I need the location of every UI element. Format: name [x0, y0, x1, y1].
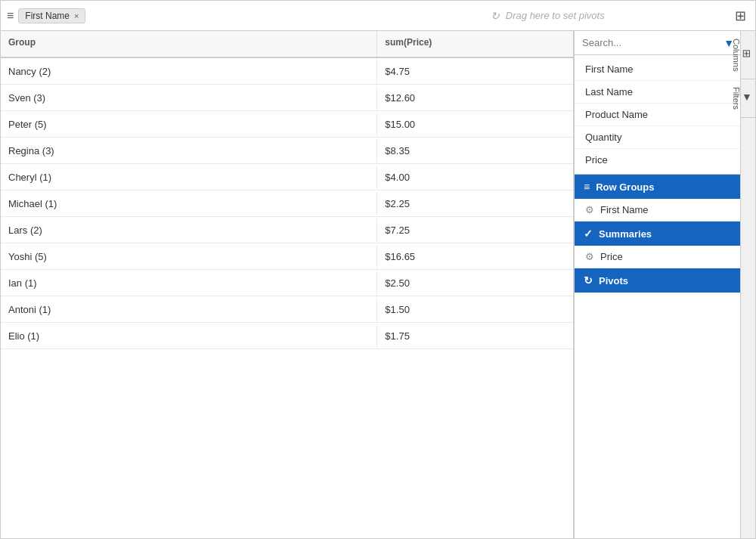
search-area: ▼ [575, 31, 740, 55]
pivots-section: ↻ Pivots [575, 268, 740, 338]
main-content: Group sum(Price) Nancy (2) $4.75 Sven (3… [1, 31, 755, 538]
filters-tab-label: Filters [732, 87, 741, 110]
row-group-item-label: First Name [600, 204, 649, 215]
cell-group: Michael (1) [1, 192, 377, 215]
toolbar-left: ≡ First Name × [7, 8, 364, 23]
cell-sum-price: $12.60 [377, 86, 573, 110]
columns-tab[interactable]: ⊞ Columns [741, 31, 755, 79]
toolbar-pivot: ↻ Drag here to set pivots [370, 10, 727, 22]
cell-group: Elio (1) [1, 324, 377, 348]
cell-sum-price: $4.00 [377, 166, 573, 189]
grid-area: Group sum(Price) Nancy (2) $4.75 Sven (3… [1, 31, 574, 538]
summary-item[interactable]: ⚙Price [575, 246, 740, 268]
summaries-icon: ✓ [584, 228, 593, 240]
table-row[interactable]: Ian (1) $2.50 [1, 270, 573, 296]
cell-sum-price: $16.65 [377, 245, 573, 268]
column-item[interactable]: Quantity [575, 126, 740, 149]
gear-icon: ⚙ [585, 251, 594, 262]
chip-close-icon[interactable]: × [74, 11, 79, 20]
cell-sum-price: $15.00 [377, 113, 573, 136]
summaries-section: ✓ Summaries ⚙Price [575, 221, 740, 268]
cell-group: Antoni (1) [1, 298, 377, 321]
cell-sum-price: $2.25 [377, 192, 573, 215]
cell-group: Peter (5) [1, 113, 377, 136]
row-groups-section: ≡ Row Groups ⚙First Name [575, 175, 740, 221]
cell-group: Yoshi (5) [1, 245, 377, 268]
table-row[interactable]: Antoni (1) $1.50 [1, 296, 573, 323]
table-row[interactable]: Cheryl (1) $4.00 [1, 164, 573, 191]
summaries-items: ⚙Price [575, 246, 740, 268]
hamburger-icon[interactable]: ≡ [7, 9, 14, 23]
grid-body: Nancy (2) $4.75 Sven (3) $12.60 Peter (5… [1, 58, 573, 538]
cell-sum-price: $7.25 [377, 218, 573, 242]
chip-label: First Name [25, 11, 70, 21]
row-groups-header: ≡ Row Groups [575, 175, 740, 199]
column-item[interactable]: First Name [575, 58, 740, 81]
cell-group: Cheryl (1) [1, 166, 377, 189]
column-item[interactable]: Price [575, 149, 740, 171]
side-panel-content: ▼ First NameLast NameProduct NameQuantit… [575, 31, 740, 538]
row-groups-items: ⚙First Name [575, 199, 740, 221]
cell-group: Nancy (2) [1, 60, 377, 83]
column-item[interactable]: Product Name [575, 104, 740, 126]
column-item[interactable]: Last Name [575, 81, 740, 104]
table-row[interactable]: Yoshi (5) $16.65 [1, 243, 573, 270]
table-row[interactable]: Peter (5) $15.00 [1, 111, 573, 138]
columns-tab-icon: ⊞ [741, 39, 753, 68]
cell-group: Lars (2) [1, 218, 377, 242]
pivots-icon: ↻ [584, 274, 593, 287]
row-group-item[interactable]: ⚙First Name [575, 199, 740, 221]
filters-tab[interactable]: ▼ Filters [741, 79, 755, 118]
pivots-empty [575, 293, 740, 338]
cell-group: Sven (3) [1, 86, 377, 110]
search-input[interactable] [575, 31, 717, 54]
summaries-header: ✓ Summaries [575, 221, 740, 246]
header-sum-price: sum(Price) [377, 31, 573, 57]
columns-tab-label: Columns [732, 39, 741, 71]
pivots-header: ↻ Pivots [575, 268, 740, 293]
row-groups-icon: ≡ [584, 181, 590, 193]
pivots-label: Pivots [599, 275, 628, 287]
cell-sum-price: $2.50 [377, 271, 573, 295]
table-row[interactable]: Michael (1) $2.25 [1, 191, 573, 217]
app-container: ≡ First Name × ↻ Drag here to set pivots… [0, 0, 756, 539]
cell-group: Regina (3) [1, 139, 377, 163]
table-row[interactable]: Elio (1) $1.75 [1, 323, 573, 349]
column-list: First NameLast NameProduct NameQuantityP… [575, 55, 740, 175]
table-row[interactable]: Regina (3) $8.35 [1, 138, 573, 164]
pivot-placeholder-text: Drag here to set pivots [506, 10, 605, 21]
filters-tab-icon: ▼ [741, 87, 753, 107]
row-groups-label: Row Groups [596, 181, 654, 193]
side-panel: ▼ First NameLast NameProduct NameQuantit… [574, 31, 755, 538]
sections-wrapper: ≡ Row Groups ⚙First Name ✓ Summaries [575, 175, 740, 538]
cell-sum-price: $1.50 [377, 298, 573, 321]
toolbar-right: ⊞ [732, 6, 749, 26]
cell-sum-price: $1.75 [377, 324, 573, 348]
cell-sum-price: $8.35 [377, 139, 573, 163]
grid-header: Group sum(Price) [1, 31, 573, 58]
toolbar: ≡ First Name × ↻ Drag here to set pivots… [1, 1, 755, 31]
pivot-refresh-icon: ↻ [491, 10, 500, 22]
cell-group: Ian (1) [1, 271, 377, 295]
table-row[interactable]: Lars (2) $7.25 [1, 217, 573, 243]
table-row[interactable]: Nancy (2) $4.75 [1, 58, 573, 85]
side-panel-tabs: ⊞ Columns ▼ Filters [740, 31, 755, 538]
grid-view-button[interactable]: ⊞ [732, 6, 749, 26]
table-row[interactable]: Sven (3) $12.60 [1, 85, 573, 111]
cell-sum-price: $4.75 [377, 60, 573, 83]
summaries-label: Summaries [599, 228, 652, 240]
summary-item-label: Price [600, 251, 623, 262]
filter-chip[interactable]: First Name × [18, 8, 85, 23]
header-group: Group [1, 31, 377, 57]
gear-icon: ⚙ [585, 204, 594, 215]
